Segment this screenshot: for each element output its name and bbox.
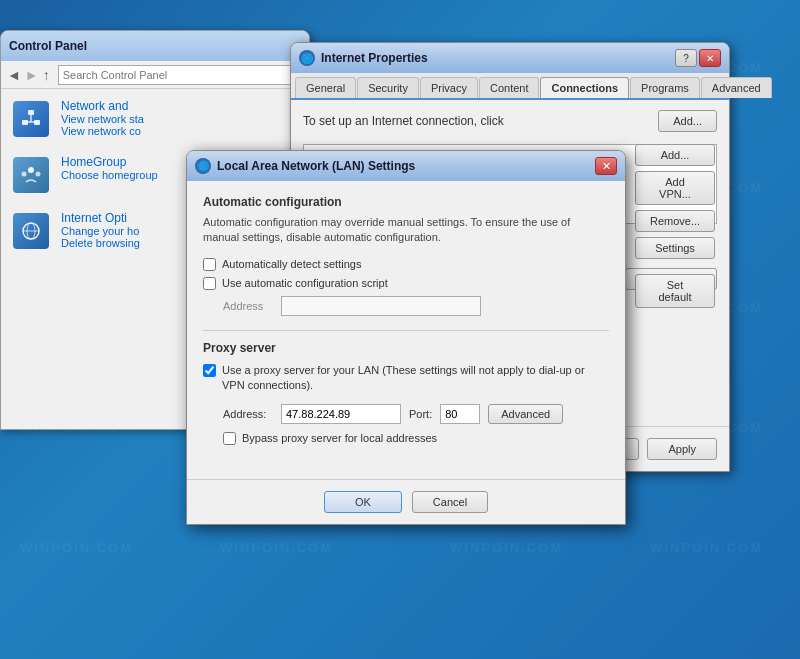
inet-apply-button[interactable]: Apply [647, 438, 717, 460]
auto-detect-row: Automatically detect settings [203, 258, 609, 271]
inet-title-icon: 🌐 [299, 50, 315, 66]
inet-setup-row: To set up an Internet connection, click … [303, 110, 717, 132]
address-label: Address [223, 300, 275, 312]
use-proxy-row: Use a proxy server for your LAN (These s… [203, 363, 609, 394]
lan-titlebar: 🌐 Local Area Network (LAN) Settings ✕ [187, 151, 625, 181]
network-text: Network and View network sta View networ… [61, 99, 144, 137]
watermark: WINPOIN.COM [20, 540, 133, 555]
inet-title: 🌐 Internet Properties [299, 50, 428, 66]
tab-programs[interactable]: Programs [630, 77, 700, 98]
advanced-button[interactable]: Advanced [488, 404, 563, 424]
setup-button[interactable]: Add... [658, 110, 717, 132]
internet-icon-box [11, 211, 51, 251]
auto-config-header: Automatic configuration [203, 195, 609, 209]
watermark: WINPOIN.COM [650, 540, 763, 555]
forward-icon[interactable]: ► [25, 67, 39, 83]
watermark: WINPOIN.COM [220, 540, 333, 555]
tab-connections[interactable]: Connections [540, 77, 629, 98]
internet-link2[interactable]: Delete browsing [61, 237, 140, 249]
proxy-port-label: Port: [409, 408, 432, 420]
homegroup-icon [13, 157, 49, 193]
proxy-section: Proxy server Use a proxy server for your… [203, 330, 609, 445]
auto-config-desc: Automatic configuration may override man… [203, 215, 609, 246]
remove-button[interactable]: Remove... [635, 210, 715, 232]
network-link1[interactable]: View network sta [61, 113, 144, 125]
set-default-button[interactable]: Set default [635, 274, 715, 308]
lan-title-icon: 🌐 [195, 158, 211, 174]
lan-ok-button[interactable]: OK [324, 491, 402, 513]
auto-script-row: Use automatic configuration script [203, 277, 609, 290]
inet-titlebar: 🌐 Internet Properties ? ✕ [291, 43, 729, 73]
use-proxy-checkbox[interactable] [203, 364, 216, 377]
tab-advanced[interactable]: Advanced [701, 77, 772, 98]
auto-detect-label: Automatically detect settings [222, 258, 361, 270]
network-title[interactable]: Network and [61, 99, 144, 113]
add-vpn-button[interactable]: Add VPN... [635, 171, 715, 205]
svg-point-7 [22, 172, 27, 177]
internet-options-text: Internet Opti Change your ho Delete brow… [61, 211, 140, 249]
inet-tabs: General Security Privacy Content Connect… [291, 73, 729, 100]
back-icon[interactable]: ◄ [7, 67, 21, 83]
auto-detect-checkbox[interactable] [203, 258, 216, 271]
lan-cancel-button[interactable]: Cancel [412, 491, 488, 513]
lan-settings-dialog: 🌐 Local Area Network (LAN) Settings ✕ Au… [186, 150, 626, 525]
tab-security[interactable]: Security [357, 77, 419, 98]
svg-rect-0 [28, 110, 34, 115]
internet-icon [13, 213, 49, 249]
homegroup-icon-box [11, 155, 51, 195]
inet-controls: ? ✕ [675, 49, 721, 67]
network-icon-box [11, 99, 51, 139]
lan-content: Automatic configuration Automatic config… [187, 181, 625, 459]
network-item: Network and View network sta View networ… [11, 99, 299, 139]
bypass-label: Bypass proxy server for local addresses [242, 432, 437, 444]
tab-general[interactable]: General [295, 77, 356, 98]
watermark: WINPOIN.COM [450, 540, 563, 555]
inet-side-buttons: Add... Add VPN... Remove... Settings Set… [635, 144, 715, 308]
up-icon[interactable]: ↑ [43, 67, 50, 83]
setup-button-right[interactable]: Add... [635, 144, 715, 166]
bypass-row: Bypass proxy server for local addresses [223, 432, 609, 445]
homegroup-text: HomeGroup Choose homegroup [61, 155, 158, 181]
lan-close-button[interactable]: ✕ [595, 157, 617, 175]
inet-title-text: Internet Properties [321, 51, 428, 65]
auto-script-label: Use automatic configuration script [222, 277, 388, 289]
homegroup-title[interactable]: HomeGroup [61, 155, 158, 169]
desktop: WINPOIN.COM WINPOIN.COM WINPOIN.COM WINP… [0, 0, 800, 659]
internet-link1[interactable]: Change your ho [61, 225, 140, 237]
inet-setup-text: To set up an Internet connection, click [303, 114, 504, 128]
search-input[interactable] [58, 65, 303, 85]
lan-title: 🌐 Local Area Network (LAN) Settings [195, 158, 415, 174]
bypass-checkbox[interactable] [223, 432, 236, 445]
address-row: Address [223, 296, 609, 316]
inet-help-button[interactable]: ? [675, 49, 697, 67]
inet-close-button[interactable]: ✕ [699, 49, 721, 67]
network-link2[interactable]: View network co [61, 125, 144, 137]
tab-content[interactable]: Content [479, 77, 540, 98]
lan-title-text: Local Area Network (LAN) Settings [217, 159, 415, 173]
cp-toolbar: ◄ ► ↑ [1, 61, 309, 89]
cp-title: Control Panel [9, 39, 87, 53]
svg-point-8 [36, 172, 41, 177]
proxy-port-input[interactable] [440, 404, 480, 424]
network-icon [13, 101, 49, 137]
settings-button[interactable]: Settings [635, 237, 715, 259]
proxy-addr-label: Address: [223, 408, 273, 420]
svg-point-6 [28, 167, 34, 173]
proxy-addr-row: Address: Port: Advanced [223, 404, 609, 424]
tab-privacy[interactable]: Privacy [420, 77, 478, 98]
proxy-header: Proxy server [203, 341, 609, 355]
address-input[interactable] [281, 296, 481, 316]
lan-footer: OK Cancel [187, 479, 625, 524]
homegroup-link1[interactable]: Choose homegroup [61, 169, 158, 181]
cp-titlebar: Control Panel [1, 31, 309, 61]
proxy-addr-input[interactable] [281, 404, 401, 424]
use-proxy-label: Use a proxy server for your LAN (These s… [222, 363, 609, 394]
internet-options-title[interactable]: Internet Opti [61, 211, 140, 225]
auto-script-checkbox[interactable] [203, 277, 216, 290]
